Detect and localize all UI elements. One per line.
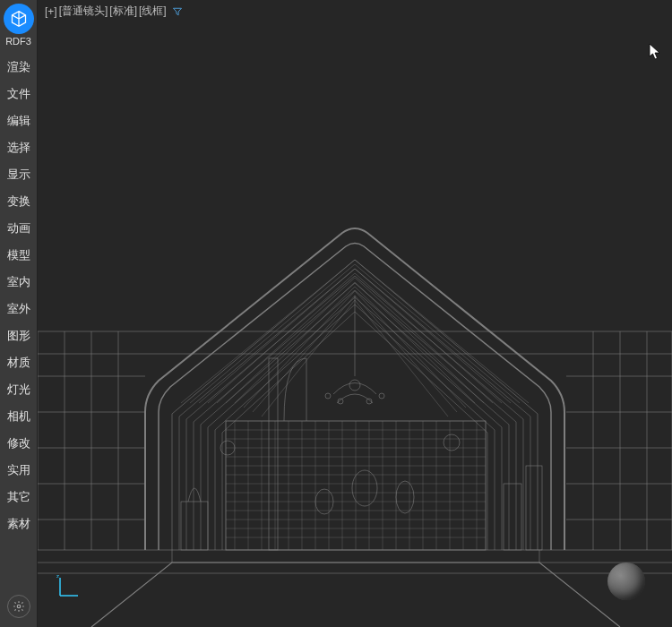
sidebar-item-label: 渲染 — [7, 59, 30, 75]
mouse-cursor-icon — [649, 43, 661, 61]
viewport-menu-camera[interactable]: [普通镜头] — [59, 4, 108, 19]
sidebar-item-label: 室内 — [7, 274, 30, 290]
viewcube-sphere[interactable] — [607, 563, 645, 600]
sidebar-item-label: 实用 — [7, 462, 30, 478]
sidebar-item-interior[interactable]: 室内 — [0, 269, 37, 296]
svg-point-85 — [444, 434, 460, 451]
sidebar-item-label: 其它 — [7, 489, 30, 505]
svg-rect-83 — [269, 358, 278, 550]
sidebar-item-label: 灯光 — [7, 382, 30, 398]
svg-point-86 — [352, 470, 377, 506]
viewport-menu-plus[interactable]: [+] — [45, 5, 57, 18]
sidebar-item-light[interactable]: 灯光 — [0, 376, 37, 403]
svg-line-39 — [355, 282, 484, 403]
settings-button[interactable] — [7, 595, 30, 618]
sidebar: RDF3 渲染 文件 编辑 选择 显示 变换 动画 模型 室内 室外 图形 材质… — [0, 0, 38, 627]
svg-point-82 — [379, 393, 384, 399]
svg-line-28 — [217, 278, 355, 403]
svg-point-78 — [349, 380, 360, 391]
sidebar-item-edit[interactable]: 编辑 — [0, 107, 37, 134]
svg-line-37 — [355, 273, 502, 403]
svg-line-43 — [355, 300, 448, 417]
svg-line-41 — [355, 291, 466, 408]
sidebar-item-label: 编辑 — [7, 113, 30, 129]
sidebar-item-animation[interactable]: 动画 — [0, 215, 37, 242]
svg-line-38 — [355, 278, 493, 403]
sidebar-item-label: 变换 — [7, 193, 30, 210]
svg-point-88 — [396, 481, 414, 513]
sidebar-item-other[interactable]: 其它 — [0, 484, 37, 511]
sidebar-item-label: 图形 — [7, 328, 30, 344]
sidebar-item-modify[interactable]: 修改 — [0, 430, 37, 457]
sidebar-item-label: 材质 — [7, 355, 30, 371]
sidebar-item-shape[interactable]: 图形 — [0, 322, 37, 349]
sidebar-item-select[interactable]: 选择 — [0, 134, 37, 161]
sidebar-item-label: 修改 — [7, 435, 30, 451]
viewport-menu-shading[interactable]: [标准] — [109, 4, 137, 19]
svg-line-31 — [244, 291, 355, 408]
viewport-menu-mode[interactable]: [线框] — [139, 4, 167, 19]
sidebar-item-label: 模型 — [7, 247, 30, 263]
sidebar-item-render[interactable]: 渲染 — [0, 54, 37, 81]
svg-rect-90 — [504, 484, 521, 550]
svg-line-35 — [355, 264, 520, 403]
svg-line-29 — [226, 282, 355, 403]
viewport[interactable]: [+] [普通镜头] [标准] [线框] — [38, 0, 672, 627]
sidebar-item-label: 素材 — [7, 516, 30, 532]
sidebar-item-camera[interactable]: 相机 — [0, 403, 37, 430]
sidebar-item-model[interactable]: 模型 — [0, 242, 37, 269]
cube-icon — [10, 10, 28, 28]
svg-text:z: z — [56, 573, 59, 579]
sidebar-item-label: 相机 — [7, 408, 30, 425]
svg-line-25 — [190, 264, 355, 403]
svg-line-27 — [208, 273, 355, 403]
sidebar-item-label: 动画 — [7, 220, 30, 236]
sidebar-item-asset[interactable]: 素材 — [0, 511, 37, 537]
app-name: RDF3 — [5, 36, 31, 47]
sidebar-item-label: 室外 — [7, 301, 30, 317]
svg-point-81 — [325, 393, 331, 399]
svg-point-0 — [17, 605, 21, 608]
sidebar-item-material[interactable]: 材质 — [0, 349, 37, 376]
sidebar-item-utility[interactable]: 实用 — [0, 457, 37, 484]
viewport-labels: [+] [普通镜头] [标准] [线框] — [45, 4, 183, 19]
sidebar-item-file[interactable]: 文件 — [0, 81, 37, 107]
sidebar-item-label: 选择 — [7, 140, 30, 156]
sidebar-item-label: 显示 — [7, 167, 30, 183]
svg-rect-91 — [526, 466, 542, 550]
sidebar-item-label: 文件 — [7, 86, 30, 102]
axis-gizmo[interactable]: z — [56, 573, 82, 600]
gear-icon — [13, 600, 25, 613]
sidebar-item-transform[interactable]: 变换 — [0, 188, 37, 215]
sidebar-item-exterior[interactable]: 室外 — [0, 296, 37, 322]
sidebar-item-display[interactable]: 显示 — [0, 161, 37, 188]
app-logo[interactable] — [4, 4, 34, 34]
svg-rect-89 — [181, 502, 208, 550]
filter-icon[interactable] — [172, 6, 183, 17]
wireframe-scene — [38, 0, 672, 627]
